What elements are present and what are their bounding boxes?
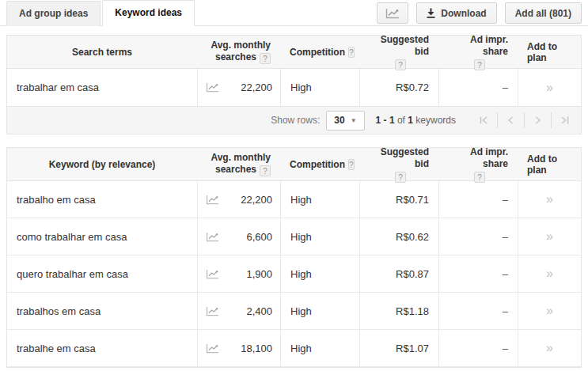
competition-cell: High	[280, 181, 359, 218]
add-to-plan-button[interactable]: »	[518, 256, 581, 292]
trend-chart-icon[interactable]	[206, 232, 219, 242]
range-unit: keywords	[415, 115, 456, 126]
table-row: trabalhar em casa 22,200 High R$0.72 – »	[7, 69, 581, 106]
add-to-plan-button[interactable]: »	[518, 330, 581, 366]
col-header-competition: Competition?	[280, 148, 359, 180]
keyword-cell: trabalho em casa	[7, 181, 197, 218]
previous-page-button[interactable]	[497, 112, 524, 128]
keyword-cell: trabalhe em casa	[7, 330, 197, 366]
add-to-plan-button[interactable]: »	[518, 293, 581, 329]
avg-searches-value: 22,200	[219, 81, 272, 93]
add-all-button[interactable]: Add all (801)	[505, 2, 582, 24]
ad-impr-share-cell: –	[438, 181, 518, 218]
table-row: trabalhos em casa 2,400 High R$1.18 – »	[7, 293, 581, 330]
keyword-cell: trabalhos em casa	[7, 293, 197, 329]
col-header-avg-monthly-searches: Avg. monthly searches?	[197, 148, 280, 180]
pagination-bar: Show rows: 30 ▼ 1 - 1 of 1 keywords	[6, 107, 582, 134]
rows-per-page-select[interactable]: 30 ▼	[326, 111, 364, 131]
avg-searches-value: 1,900	[219, 268, 272, 280]
pagination-controls	[470, 112, 578, 128]
competition-cell: High	[280, 218, 359, 255]
next-page-button[interactable]	[524, 112, 551, 128]
competition-cell: High	[280, 256, 359, 292]
keyword-ideas-header-row: Keyword (by relevance) Avg. monthly sear…	[7, 148, 581, 181]
trend-chart-button[interactable]	[377, 2, 408, 24]
download-label: Download	[441, 8, 486, 19]
table-row: como trabalhar em casa 6,600 High R$0.62…	[7, 218, 581, 256]
range-numbers: 1 - 1	[376, 115, 395, 126]
avg-searches-cell: 22,200	[197, 181, 280, 218]
pagination-range: 1 - 1 of 1 keywords	[376, 115, 456, 126]
help-icon[interactable]: ?	[348, 47, 355, 58]
col-header-search-terms: Search terms	[7, 36, 197, 68]
table-row: trabalhe em casa 18,100 High R$1.07 – »	[7, 330, 581, 367]
search-terms-header-row: Search terms Avg. monthly searches? Comp…	[7, 36, 581, 69]
trend-chart-icon[interactable]	[206, 343, 219, 354]
col-header-competition: Competition?	[280, 36, 359, 68]
add-to-plan-button[interactable]: »	[518, 181, 581, 218]
competition-cell: High	[280, 293, 359, 329]
avg-searches-cell: 1,900	[197, 256, 280, 292]
suggested-bid-cell: R$0.87	[359, 256, 438, 292]
suggested-bid-cell: R$1.18	[359, 293, 438, 329]
avg-searches-value: 6,600	[219, 231, 272, 243]
col-header-suggested-bid: Suggested bid ?	[359, 36, 438, 68]
chevron-right-icon	[532, 115, 544, 126]
keyword-ideas-table: Keyword (by relevance) Avg. monthly sear…	[6, 147, 582, 368]
keyword-cell: quero trabalhar em casa	[7, 256, 197, 292]
tab-ad-group-ideas[interactable]: Ad group ideas	[6, 1, 101, 26]
ad-impr-share-cell: –	[438, 330, 518, 366]
avg-searches-value: 22,200	[219, 194, 272, 206]
trend-chart-icon[interactable]	[206, 195, 219, 205]
tab-bar: Ad group ideas Keyword ideas Download	[0, 0, 588, 26]
help-icon[interactable]: ?	[260, 165, 271, 176]
suggested-bid-cell: R$0.72	[359, 69, 438, 106]
col-header-suggested-bid: Suggested bid ?	[359, 148, 438, 180]
ad-impr-share-cell: –	[438, 256, 518, 292]
avg-searches-value: 18,100	[219, 343, 272, 354]
keyword-cell: trabalhar em casa	[7, 69, 197, 106]
tab-keyword-ideas[interactable]: Keyword ideas	[102, 0, 195, 26]
avg-searches-cell: 6,600	[197, 218, 280, 255]
toolbar: Download Add all (801)	[377, 2, 582, 24]
keyword-cell: como trabalhar em casa	[7, 218, 197, 255]
trend-chart-icon[interactable]	[206, 269, 219, 279]
col-header-ad-impr-share: Ad impr. share ?	[438, 36, 518, 68]
download-button[interactable]: Download	[416, 2, 496, 24]
rows-per-page-value: 30	[334, 115, 344, 126]
show-rows-label: Show rows:	[271, 115, 320, 126]
add-to-plan-button[interactable]: »	[518, 218, 581, 255]
ad-impr-share-cell: –	[438, 69, 518, 106]
col-header-add-to-plan: Add to plan	[518, 148, 581, 180]
avg-searches-value: 2,400	[219, 305, 272, 317]
help-icon[interactable]: ?	[260, 53, 271, 64]
table-row: trabalho em casa 22,200 High R$0.71 – »	[7, 181, 581, 218]
download-icon	[427, 8, 435, 18]
last-page-icon	[559, 115, 571, 126]
chevron-left-icon	[505, 115, 517, 126]
suggested-bid-cell: R$0.71	[359, 181, 438, 218]
first-page-icon	[478, 115, 490, 126]
ad-impr-share-cell: –	[438, 293, 518, 329]
col-header-avg-monthly-searches: Avg. monthly searches?	[197, 36, 280, 68]
avg-searches-cell: 22,200	[197, 69, 280, 106]
ad-impr-share-cell: –	[438, 218, 518, 255]
add-to-plan-button[interactable]: »	[518, 69, 581, 106]
trend-chart-icon[interactable]	[206, 306, 219, 316]
col-header-add-to-plan: Add to plan	[518, 36, 581, 68]
search-terms-table: Search terms Avg. monthly searches? Comp…	[6, 35, 582, 107]
col-header-ad-impr-share: Ad impr. share ?	[438, 148, 518, 180]
range-total: 1	[408, 115, 413, 126]
range-of: of	[397, 115, 405, 126]
caret-down-icon: ▼	[351, 117, 357, 124]
suggested-bid-cell: R$1.07	[359, 330, 438, 366]
trend-chart-icon[interactable]	[206, 82, 219, 93]
col-header-keyword-by-relevance: Keyword (by relevance)	[7, 148, 197, 180]
first-page-button[interactable]	[470, 112, 497, 128]
line-chart-icon	[385, 8, 400, 19]
last-page-button[interactable]	[551, 112, 578, 128]
competition-cell: High	[280, 69, 359, 106]
avg-searches-cell: 18,100	[197, 330, 280, 366]
help-icon[interactable]: ?	[348, 159, 355, 170]
suggested-bid-cell: R$0.62	[359, 218, 438, 255]
